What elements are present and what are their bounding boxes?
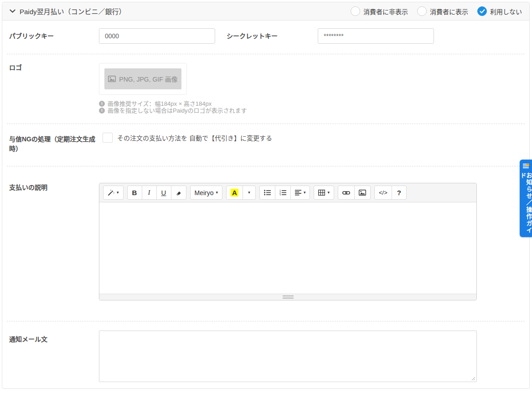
panel-toggle[interactable]: Paidy翌月払い（コンビニ／銀行） xyxy=(10,6,126,16)
help-button[interactable]: ? xyxy=(392,186,407,200)
caret-down-icon: ▾ xyxy=(248,191,250,195)
radio-circle[interactable] xyxy=(417,6,427,16)
api-keys-row: パブリックキー シークレットキー xyxy=(9,21,522,54)
radio-label: 消費者に表示 xyxy=(430,7,468,16)
hint-text: 画像推奨サイズ：幅184px × 高さ184px xyxy=(108,100,212,107)
caret-down-icon: ▾ xyxy=(117,191,119,195)
logo-upload-button-label: PNG, JPG, GIF 画像 xyxy=(119,74,177,83)
logo-hint-default: ! 画像を指定しない場合はPaidyのロゴが表示されます xyxy=(99,107,247,114)
caret-down-icon: ▾ xyxy=(304,191,306,195)
chain-link-icon xyxy=(342,191,350,195)
radio-show-to-consumer[interactable]: 消費者に表示 xyxy=(417,6,468,16)
secret-key-label: シークレットキー xyxy=(227,28,318,41)
caret-down-icon: ▾ xyxy=(327,191,330,195)
font-color-button[interactable]: A xyxy=(226,186,243,200)
richtext-editor: ▾ B I U xyxy=(99,183,477,300)
font-family-group: Meiryo ▾ xyxy=(190,186,223,200)
news-guide-tab[interactable]: お知らせ／操作ガイド xyxy=(520,160,532,237)
chevron-down-icon[interactable] xyxy=(10,9,15,13)
picture-icon xyxy=(108,76,116,82)
panel-title: Paidy翌月払い（コンビニ／銀行） xyxy=(20,6,126,16)
insert-group xyxy=(338,186,371,200)
list-ul-icon xyxy=(264,190,271,196)
list-ol-icon: 1 2 3 xyxy=(279,190,286,196)
news-guide-tab-label: お知らせ／操作ガイド xyxy=(520,172,532,237)
radio-label: 利用しない xyxy=(490,7,522,16)
table-group: ▾ xyxy=(314,186,334,200)
style-group: ▾ xyxy=(103,186,124,200)
hint-text: 画像を指定しない場合はPaidyのロゴが表示されます xyxy=(108,107,247,114)
editor-resize-bar[interactable] xyxy=(99,294,476,300)
paragraph-align-button[interactable]: ▾ xyxy=(290,186,310,200)
radio-do-not-use[interactable]: 利用しない xyxy=(477,6,522,16)
table-grid-icon xyxy=(318,190,325,196)
paidy-settings-panel: Paidy翌月払い（コンビニ／銀行） 消費者に非表示 消費者に表示 利用しない xyxy=(2,2,530,389)
code-view-button[interactable]: </> xyxy=(374,186,392,200)
textarea-resize-grip-icon[interactable] xyxy=(471,376,475,381)
payment-description-row: 支払いの説明 ▾ xyxy=(9,166,522,321)
info-icon: ! xyxy=(99,101,105,107)
logo-upload-button[interactable]: PNG, JPG, GIF 画像 xyxy=(104,68,181,89)
notification-dot xyxy=(527,163,529,166)
logo-row: ロゴ PNG, JPG, GIF 画像 ! 画像推奨 xyxy=(9,54,522,124)
public-key-label: パブリックキー xyxy=(9,28,99,41)
logo-hints: ! 画像推奨サイズ：幅184px × 高さ184px ! 画像を指定しない場合は… xyxy=(99,100,247,114)
paragraph-group: 1 2 3 ▾ xyxy=(259,186,310,200)
resize-grip-icon xyxy=(283,295,294,299)
logo-hint-size: ! 画像推奨サイズ：幅184px × 高さ184px xyxy=(99,100,247,107)
radio-circle[interactable] xyxy=(477,6,487,16)
clear-format-button[interactable] xyxy=(171,186,186,200)
unordered-list-button[interactable] xyxy=(259,186,275,200)
picture-icon xyxy=(359,190,366,196)
credit-ng-label: 与信NGの処理（定期注文生成時） xyxy=(9,133,99,154)
payment-description-label: 支払いの説明 xyxy=(9,183,99,192)
table-button[interactable]: ▾ xyxy=(314,186,334,200)
credit-ng-checkbox-label[interactable]: その注文の支払い方法を 自動で【代引き】に変更する xyxy=(117,133,272,143)
editor-content-area[interactable] xyxy=(99,202,476,294)
notification-list-icon xyxy=(523,164,529,169)
align-left-icon xyxy=(295,190,301,196)
eraser-icon xyxy=(176,190,182,196)
italic-button[interactable]: I xyxy=(142,186,157,200)
font-family-button[interactable]: Meiryo ▾ xyxy=(190,186,223,200)
link-button[interactable] xyxy=(338,186,355,200)
magic-wand-icon xyxy=(108,189,114,196)
notification-mail-field xyxy=(99,331,477,384)
public-key-input[interactable] xyxy=(99,28,215,44)
color-group: A ▾ xyxy=(226,186,256,200)
logo-field: PNG, JPG, GIF 画像 ! 画像推奨サイズ：幅184px × 高さ18… xyxy=(99,63,247,114)
font-color-dropdown-button[interactable]: ▾ xyxy=(243,186,256,200)
insert-picture-button[interactable] xyxy=(354,186,371,200)
credit-ng-checkbox[interactable] xyxy=(103,133,113,143)
logo-upload-zone[interactable]: PNG, JPG, GIF 画像 xyxy=(99,63,187,95)
notification-mail-label: 通知メール文 xyxy=(9,331,99,344)
notification-mail-row: 通知メール文 xyxy=(9,321,522,384)
bold-button[interactable]: B xyxy=(127,186,142,200)
visibility-radio-group: 消費者に非表示 消費者に表示 利用しない xyxy=(351,6,522,16)
check-icon xyxy=(480,9,485,14)
info-icon: ! xyxy=(99,108,105,114)
caret-down-icon: ▾ xyxy=(216,191,218,195)
underline-button[interactable]: U xyxy=(156,186,171,200)
color-letter: A xyxy=(231,189,238,196)
editor-toolbar: ▾ B I U xyxy=(99,183,476,202)
credit-ng-field: その注文の支払い方法を 自動で【代引き】に変更する xyxy=(99,133,272,143)
notification-mail-textarea[interactable] xyxy=(99,331,477,382)
credit-ng-row: 与信NGの処理（定期注文生成時） その注文の支払い方法を 自動で【代引き】に変更… xyxy=(9,124,522,166)
magic-style-button[interactable]: ▾ xyxy=(103,186,124,200)
radio-hide-from-consumer[interactable]: 消費者に非表示 xyxy=(351,6,408,16)
font-family-value: Meiryo xyxy=(195,189,214,196)
secret-key-input[interactable] xyxy=(318,28,434,44)
panel-header: Paidy翌月払い（コンビニ／銀行） 消費者に非表示 消費者に表示 利用しない xyxy=(2,2,529,21)
radio-circle[interactable] xyxy=(351,6,360,16)
ordered-list-button[interactable]: 1 2 3 xyxy=(275,186,291,200)
misc-group: </> ? xyxy=(374,186,407,200)
radio-label: 消費者に非表示 xyxy=(363,7,408,16)
svg-text:3: 3 xyxy=(279,194,281,196)
logo-label: ロゴ xyxy=(9,63,99,72)
font-style-group: B I U xyxy=(127,186,186,200)
